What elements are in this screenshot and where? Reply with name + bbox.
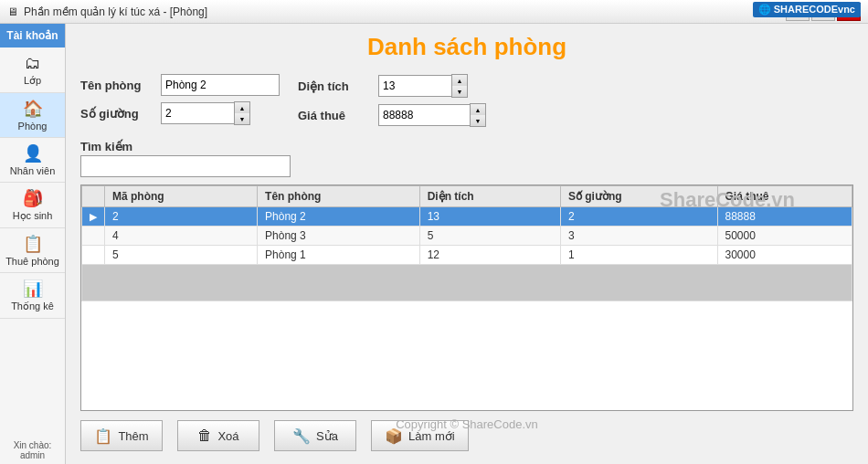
form-row-dien-tich: Diện tích ▲ ▼ [298,74,486,98]
cell-gia-thue: 50000 [717,227,852,246]
table-row[interactable]: 5 Phòng 1 12 1 30000 [82,246,852,265]
sidebar-item-thuephong[interactable]: 📋 Thuê phòng [0,228,65,273]
copyright-text: Copyright © ShareCode.vn [66,417,868,431]
table-header: Mã phòng Tên phòng Diện tích Số giường G… [82,186,852,207]
so-giuong-input[interactable] [161,102,234,124]
sidebar-label-phong: Phòng [18,121,48,132]
col-arrow [82,186,105,207]
form-section-top: Tên phòng Số giường ▲ ▼ Diện t [80,74,853,132]
sidebar-item-hocsinh[interactable]: 🎒 Học sinh [0,183,65,228]
phong-icon: 🏠 [20,99,46,119]
thuephong-icon: 📋 [20,234,46,254]
sidebar-item-nhanvien[interactable]: 👤 Nhân viên [0,138,65,183]
form-section-left: Tên phòng Số giường ▲ ▼ [80,74,280,132]
row-arrow [82,246,105,265]
cell-so-giuong: 2 [560,207,717,227]
gia-thue-up[interactable]: ▲ [471,104,485,115]
logo-area: 🌐 SHARECODEvnc [753,2,861,17]
sidebar-label-lop: Lớp [24,75,41,87]
gia-thue-input[interactable] [378,104,470,126]
cell-gia-thue: 88888 [717,207,852,227]
dien-tich-spin-btns: ▲ ▼ [451,74,468,98]
gia-thue-spinner: ▲ ▼ [378,103,486,127]
nhanvien-icon: 👤 [20,143,46,163]
app-icon: 🖥 [7,5,18,18]
cell-gia-thue: 30000 [717,246,852,265]
app-wrapper: Tài khoản 🗂 Lớp 🏠 Phòng 👤 Nhân viên 🎒 Họ… [0,24,868,464]
so-giuong-spin-btns: ▲ ▼ [234,101,250,125]
cell-dien-tich: 5 [419,227,560,246]
lop-icon: 🗂 [20,53,46,73]
cell-ten-phong: Phòng 3 [258,227,420,246]
form-row-ten-phong: Tên phòng [80,74,280,96]
cell-dien-tich: 12 [419,246,560,265]
so-giuong-spinner: ▲ ▼ [161,101,250,125]
form-section-right: Diện tích ▲ ▼ Giá thuê ▲ [298,74,486,132]
dien-tich-down[interactable]: ▼ [452,86,467,97]
table-header-row: Mã phòng Tên phòng Diện tích Số giường G… [82,186,852,207]
col-ten-phong: Tên phòng [258,186,420,207]
sidebar-item-phong[interactable]: 🏠 Phòng [0,93,65,138]
row-arrow [82,227,105,246]
dien-tich-label: Diện tích [298,79,371,93]
empty-cell [82,265,852,301]
col-ma-phong: Mã phòng [105,186,258,207]
dien-tich-input[interactable] [378,75,451,97]
logo-icon: 🌐 [758,4,771,15]
data-table: Mã phòng Tên phòng Diện tích Số giường G… [81,185,852,301]
form-row-gia-thue: Giá thuê ▲ ▼ [298,103,486,127]
col-so-giuong: Số giường [560,186,717,207]
sidebar-item-lop[interactable]: 🗂 Lớp [0,47,65,93]
sidebar-label-thuephong: Thuê phòng [5,256,59,267]
sidebar-label-hocsinh: Học sinh [13,210,53,222]
sidebar-item-thongke[interactable]: 📊 Thống kê [0,273,65,319]
table-wrapper: Mã phòng Tên phòng Diện tích Số giường G… [80,185,853,411]
so-giuong-label: Số giường [80,107,153,121]
search-label: Tìm kiếm [80,140,853,153]
col-dien-tich: Diện tích [419,186,560,207]
so-giuong-up[interactable]: ▲ [235,102,249,113]
status-text: Xin chào: admin [14,440,52,460]
gia-thue-spin-btns: ▲ ▼ [470,103,486,127]
main-content: ShareCode.vn Danh sách phòng Tên phòng S… [66,24,868,464]
cell-ten-phong: Phòng 2 [258,207,420,227]
cell-ten-phong: Phòng 1 [258,246,420,265]
sidebar-footer: Xin chào: admin [0,437,65,464]
ten-phong-label: Tên phòng [80,79,153,92]
cell-ma-phong: 5 [105,246,258,265]
col-gia-thue: Giá thuê [717,186,852,207]
ten-phong-input[interactable] [161,74,280,96]
dien-tich-up[interactable]: ▲ [452,75,467,86]
cell-ma-phong: 4 [105,227,258,246]
cell-so-giuong: 1 [560,246,717,265]
gia-thue-label: Giá thuê [298,109,371,122]
table-row-empty [82,265,852,301]
page-title: Danh sách phòng [80,33,853,61]
logo-text: SHARECODEvnc [774,4,855,15]
sidebar: Tài khoản 🗂 Lớp 🏠 Phòng 👤 Nhân viên 🎒 Họ… [0,24,66,464]
sidebar-label-nhanvien: Nhân viên [10,165,56,176]
thongke-icon: 📊 [20,279,46,299]
row-arrow: ▶ [82,207,105,227]
cell-dien-tich: 13 [419,207,560,227]
cell-ma-phong: 2 [105,207,258,227]
table-body: ▶ 2 Phòng 2 13 2 88888 4 Phòng 3 5 3 500… [82,207,852,301]
title-bar-text: Phần mềm quản lý kí túc xá - [Phòng] [24,5,207,18]
hocsinh-icon: 🎒 [20,188,46,208]
table-row[interactable]: 4 Phòng 3 5 3 50000 [82,227,852,246]
title-bar: 🖥 Phần mềm quản lý kí túc xá - [Phòng] ─… [0,0,868,24]
search-input[interactable] [80,155,291,177]
sidebar-label-thongke: Thống kê [11,301,54,312]
sidebar-header: Tài khoản [0,24,65,47]
so-giuong-down[interactable]: ▼ [235,113,249,124]
search-section: Tìm kiếm [80,140,853,177]
dien-tich-spinner: ▲ ▼ [378,74,468,98]
cell-so-giuong: 3 [560,227,717,246]
gia-thue-down[interactable]: ▼ [471,115,485,126]
form-row-so-giuong: Số giường ▲ ▼ [80,101,280,125]
table-row[interactable]: ▶ 2 Phòng 2 13 2 88888 [82,207,852,227]
